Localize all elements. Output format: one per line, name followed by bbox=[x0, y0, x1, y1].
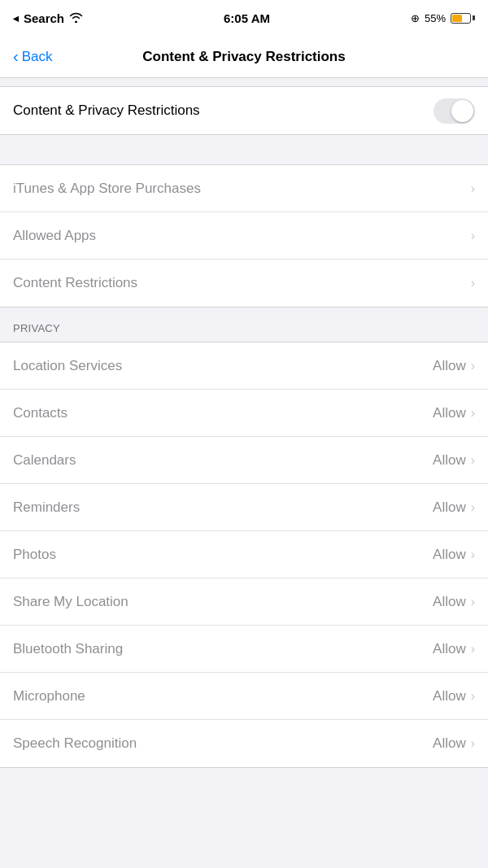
allowed-apps-label: Allowed Apps bbox=[13, 228, 96, 244]
top-spacer bbox=[0, 78, 488, 86]
chevron-icon: › bbox=[471, 359, 475, 373]
photos-row[interactable]: Photos Allow › bbox=[0, 531, 488, 578]
toggle-row-left: Content & Privacy Restrictions bbox=[13, 103, 434, 119]
chevron-icon: › bbox=[471, 453, 475, 468]
chevron-icon: › bbox=[471, 642, 475, 656]
toggle-thumb bbox=[451, 100, 473, 122]
privacy-section: Location Services Allow › Contacts Allow… bbox=[0, 342, 488, 768]
contacts-label: Contacts bbox=[13, 405, 68, 421]
chevron-icon: › bbox=[471, 276, 475, 290]
microphone-label: Microphone bbox=[13, 688, 85, 704]
photos-label: Photos bbox=[13, 547, 56, 563]
content-restrictions-label: Content Restrictions bbox=[13, 275, 137, 291]
calendars-row[interactable]: Calendars Allow › bbox=[0, 437, 488, 484]
privacy-restrictions-toggle-row[interactable]: Content & Privacy Restrictions bbox=[0, 87, 488, 134]
status-left: ◂ Search bbox=[13, 11, 83, 25]
contacts-value: Allow bbox=[433, 405, 466, 421]
bluetooth-sharing-value: Allow bbox=[433, 641, 466, 657]
toggle-label: Content & Privacy Restrictions bbox=[13, 103, 200, 119]
calendars-value: Allow bbox=[433, 452, 466, 469]
location-services-row[interactable]: Location Services Allow › bbox=[0, 342, 488, 390]
status-bar: ◂ Search 6:05 AM ⊕ 55% bbox=[0, 0, 488, 36]
allowed-apps-row[interactable]: Allowed Apps › bbox=[0, 212, 488, 260]
page-title: Content & Privacy Restrictions bbox=[142, 49, 345, 65]
contacts-row[interactable]: Contacts Allow › bbox=[0, 390, 488, 437]
battery-percent: 55% bbox=[425, 12, 446, 24]
chevron-icon: › bbox=[471, 181, 475, 196]
microphone-row[interactable]: Microphone Allow › bbox=[0, 673, 488, 720]
allowed-section: iTunes & App Store Purchases › Allowed A… bbox=[0, 164, 488, 308]
wifi-icon bbox=[69, 11, 83, 25]
reminders-value: Allow bbox=[433, 499, 466, 516]
chevron-icon: › bbox=[471, 406, 475, 421]
reminders-label: Reminders bbox=[13, 499, 80, 516]
share-my-location-row[interactable]: Share My Location Allow › bbox=[0, 578, 488, 626]
bluetooth-sharing-label: Bluetooth Sharing bbox=[13, 641, 123, 657]
toggle-section: Content & Privacy Restrictions bbox=[0, 86, 488, 135]
chevron-icon: › bbox=[471, 689, 475, 704]
navigation-bar: ‹ Back Content & Privacy Restrictions bbox=[0, 36, 488, 78]
photos-value: Allow bbox=[433, 547, 466, 563]
itunes-label: iTunes & App Store Purchases bbox=[13, 181, 201, 197]
itunes-purchases-row[interactable]: iTunes & App Store Purchases › bbox=[0, 165, 488, 212]
privacy-section-header: PRIVACY bbox=[0, 308, 488, 342]
back-label: Back bbox=[22, 49, 53, 65]
speech-recognition-label: Speech Recognition bbox=[13, 735, 137, 752]
location-services-value: Allow bbox=[433, 358, 466, 374]
chevron-icon: › bbox=[471, 229, 475, 243]
calendars-label: Calendars bbox=[13, 452, 76, 469]
chevron-icon: › bbox=[471, 595, 475, 609]
content-restrictions-row[interactable]: Content Restrictions › bbox=[0, 260, 488, 307]
chevron-icon: › bbox=[471, 736, 475, 751]
share-my-location-value: Allow bbox=[433, 594, 466, 610]
battery-indicator bbox=[451, 13, 475, 24]
section-spacer-1 bbox=[0, 135, 488, 164]
privacy-restrictions-toggle[interactable] bbox=[434, 98, 475, 124]
speech-recognition-value: Allow bbox=[433, 735, 466, 752]
chevron-icon: › bbox=[471, 500, 475, 515]
carrier-label: Search bbox=[24, 11, 64, 25]
bluetooth-sharing-row[interactable]: Bluetooth Sharing Allow › bbox=[0, 626, 488, 673]
status-right: ⊕ 55% bbox=[411, 12, 475, 24]
privacy-header-label: PRIVACY bbox=[13, 322, 60, 334]
speech-recognition-row[interactable]: Speech Recognition Allow › bbox=[0, 720, 488, 767]
back-arrow-indicator: ◂ bbox=[13, 12, 19, 24]
location-services-label: Location Services bbox=[13, 358, 122, 374]
chevron-icon: › bbox=[471, 547, 475, 562]
share-my-location-label: Share My Location bbox=[13, 594, 129, 610]
back-button[interactable]: ‹ Back bbox=[13, 47, 52, 66]
time-display: 6:05 AM bbox=[224, 11, 270, 25]
back-chevron-icon: ‹ bbox=[13, 47, 19, 66]
reminders-row[interactable]: Reminders Allow › bbox=[0, 484, 488, 531]
location-icon: ⊕ bbox=[411, 12, 420, 24]
microphone-value: Allow bbox=[433, 688, 466, 704]
